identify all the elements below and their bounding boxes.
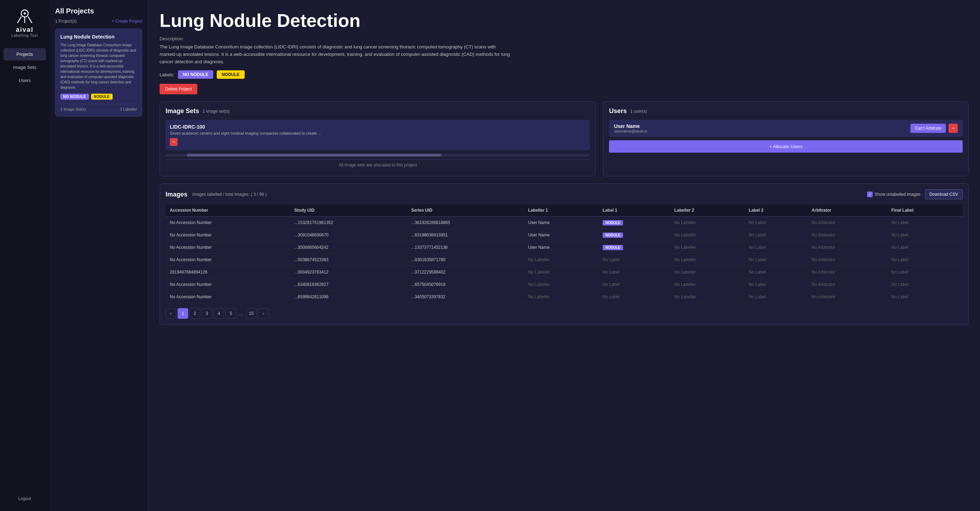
user-remove-button[interactable]: − xyxy=(948,124,958,133)
project-card-description: The Lung Image Database Consortium image… xyxy=(60,42,137,90)
image-set-name: LIDC-IDRC-100 xyxy=(170,124,585,130)
pagination: ‹ 1 2 3 4 5 ... 15 › xyxy=(165,308,963,319)
user-info: User Name username@aival.io xyxy=(614,123,910,133)
project-card[interactable]: Lung Nodule Detection The Lung Image Dat… xyxy=(55,29,142,117)
cell-labeller1: User Name xyxy=(524,241,598,254)
cell-label2: No Label xyxy=(745,254,807,266)
no-label: No Label xyxy=(603,257,620,262)
cell-study-uid: ...3506865604242 xyxy=(290,241,407,254)
svg-line-3 xyxy=(28,17,32,22)
detail-description: The Lung Image Database Consortium image… xyxy=(159,43,512,65)
image-sets-title: Image Sets xyxy=(165,107,199,115)
create-project-link[interactable]: + Create Project xyxy=(111,19,142,24)
cell-label1: No Label xyxy=(598,266,670,278)
page-button-1[interactable]: 1 xyxy=(178,308,188,319)
detail-desc-label: Description: xyxy=(159,36,969,42)
next-page-button[interactable]: › xyxy=(258,308,269,319)
download-csv-button[interactable]: Download CSV xyxy=(925,189,963,199)
cell-label2: No Label xyxy=(745,278,807,291)
cell-labeller1: No Labeller xyxy=(524,266,598,278)
show-unlabelled-toggle[interactable]: ✓ Show unlabelled images xyxy=(867,192,921,197)
cant-arbitrate-button[interactable]: Can't Arbitrate xyxy=(910,124,946,133)
col-final-label: Final Label xyxy=(887,204,963,217)
logout-button[interactable]: Logout xyxy=(16,493,34,504)
projects-meta: 1 Project(s) + Create Project xyxy=(55,19,142,24)
cell-accession: 2819497684894126 xyxy=(165,266,290,278)
users-section: Users 1 user(s) User Name username@aival… xyxy=(603,101,969,176)
sidebar: aival Labelling Tool Projects Image Sets… xyxy=(0,0,49,511)
cell-series-uid: ...13373771452136 xyxy=(407,241,524,254)
table-row: 2819497684894126 ...0004923763412 ...371… xyxy=(165,266,963,278)
logo-text: aival xyxy=(16,26,33,34)
users-header: Users 1 user(s) xyxy=(609,107,963,115)
no-label: No Label xyxy=(603,270,620,275)
logo-area: aival Labelling Tool xyxy=(12,7,38,37)
image-sets-section: Image Sets 1 image set(s) LIDC-IDRC-100 … xyxy=(159,101,596,176)
table-row: No Accession Number ...6599842811096 ...… xyxy=(165,291,963,303)
user-row: User Name username@aival.io Can't Arbitr… xyxy=(609,120,963,137)
projects-count: 1 Project(s) xyxy=(55,19,76,24)
image-set-description: Seven academic centers and eight medical… xyxy=(170,131,585,135)
cell-final-label: No Label xyxy=(887,291,963,303)
detail-label-nodule: NODULE xyxy=(217,70,245,79)
cell-final-label: No Label xyxy=(887,229,963,241)
projects-panel: All Projects 1 Project(s) + Create Proje… xyxy=(49,0,148,511)
images-section: Images images labelled / total Images: (… xyxy=(159,184,969,325)
cell-label2: No Label xyxy=(745,229,807,241)
cell-label1: No Label xyxy=(598,291,670,303)
cell-study-uid: ...0038674523383 xyxy=(290,254,407,266)
cell-labeller1: User Name xyxy=(524,217,598,229)
cell-label1: No Label xyxy=(598,278,670,291)
cell-labeller1: No Labeller xyxy=(524,254,598,266)
delete-project-button[interactable]: Delete Project xyxy=(159,84,197,94)
cell-series-uid: ...3712229588402 xyxy=(407,266,524,278)
show-unlabelled-checkbox[interactable]: ✓ xyxy=(867,192,873,197)
label-badge-nodule: NODULE xyxy=(91,94,113,100)
svg-point-1 xyxy=(24,12,26,14)
page-button-3[interactable]: 3 xyxy=(202,308,212,319)
col-labeller2: Labeller 2 xyxy=(670,204,745,217)
nodule-badge: NODULE xyxy=(603,220,623,225)
detail-label-no-nodule: NO NODULE xyxy=(178,70,213,79)
page-button-4[interactable]: 4 xyxy=(213,308,224,319)
cell-accession: No Accession Number xyxy=(165,291,290,303)
cell-arbitrator: No Arbitrator xyxy=(807,241,887,254)
show-unlabelled-label: Show unlabelled images xyxy=(875,192,921,197)
scrollbar-thumb xyxy=(187,154,441,156)
cell-series-uid: ...3405073397832 xyxy=(407,291,524,303)
cell-labeller1: No Labeller xyxy=(524,278,598,291)
page-button-last[interactable]: 15 xyxy=(246,308,257,319)
page-button-2[interactable]: 2 xyxy=(189,308,200,319)
cell-labeller2: No Labeller xyxy=(670,254,745,266)
table-row: No Accession Number ...3091048690870 ...… xyxy=(165,229,963,241)
cell-accession: No Accession Number xyxy=(165,229,290,241)
aival-logo-icon xyxy=(14,7,35,25)
sidebar-item-projects[interactable]: Projects xyxy=(3,48,46,61)
cell-series-uid: ...6575045076919 xyxy=(407,278,524,291)
cell-arbitrator: No Arbitrator xyxy=(807,229,887,241)
image-sets-scrollbar[interactable] xyxy=(165,154,590,156)
cell-label1: NODULE xyxy=(598,241,670,254)
sidebar-item-users[interactable]: Users xyxy=(3,74,46,86)
no-label: No Label xyxy=(603,282,620,287)
images-table-body: No Accession Number ...153281751961352 .… xyxy=(165,217,963,303)
cell-study-uid: ...6599842811096 xyxy=(290,291,407,303)
project-card-title: Lung Nodule Detection xyxy=(60,34,137,40)
detail-labels-row: Labels: NO NODULE NODULE xyxy=(159,70,969,79)
col-label2: Label 2 xyxy=(745,204,807,217)
images-header: Images images labelled / total Images: (… xyxy=(165,189,963,199)
allocate-users-button[interactable]: + Allocate Users xyxy=(609,140,963,153)
page-button-5[interactable]: 5 xyxy=(226,308,236,319)
images-title: Images xyxy=(165,191,188,198)
cell-labeller2: No Labeller xyxy=(670,291,745,303)
sidebar-item-image-sets[interactable]: Image Sets xyxy=(3,61,46,73)
image-set-remove-button[interactable]: − xyxy=(170,138,178,146)
col-accession: Accession Number xyxy=(165,204,290,217)
main-content: All Projects 1 Project(s) + Create Proje… xyxy=(49,0,980,511)
projects-panel-title: All Projects xyxy=(55,7,142,15)
image-sets-header: Image Sets 1 image set(s) xyxy=(165,107,590,115)
cell-final-label: No Label xyxy=(887,278,963,291)
cell-study-uid: ...3091048690870 xyxy=(290,229,407,241)
prev-page-button[interactable]: ‹ xyxy=(165,308,176,319)
cell-accession: No Accession Number xyxy=(165,217,290,229)
